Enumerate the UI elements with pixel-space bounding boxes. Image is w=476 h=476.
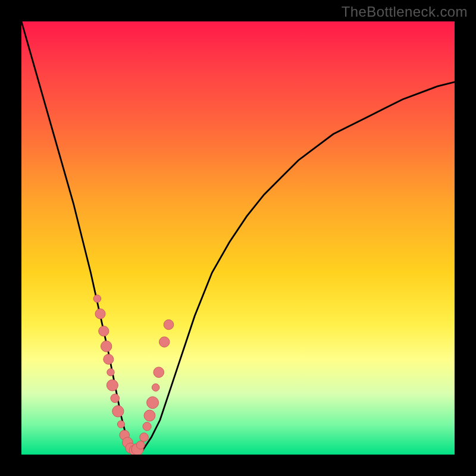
marker-dot bbox=[144, 410, 155, 421]
marker-dot bbox=[93, 295, 101, 303]
curve-layer bbox=[21, 21, 455, 455]
marker-dot bbox=[111, 394, 120, 403]
watermark-text: TheBottleneck.com bbox=[342, 4, 468, 20]
marker-dot bbox=[107, 368, 114, 375]
marker-dot bbox=[99, 326, 109, 336]
marker-dot bbox=[101, 341, 111, 352]
marker-dot bbox=[159, 337, 170, 347]
marker-dot bbox=[104, 354, 114, 364]
marker-dot bbox=[164, 320, 174, 330]
marker-dot bbox=[95, 309, 105, 319]
device-markers bbox=[93, 295, 174, 455]
marker-dot bbox=[112, 406, 124, 417]
marker-dot bbox=[140, 433, 149, 442]
marker-dot bbox=[107, 380, 118, 391]
marker-dot bbox=[136, 441, 145, 449]
marker-dot bbox=[143, 422, 151, 431]
marker-dot bbox=[117, 421, 124, 428]
plot-area bbox=[21, 21, 455, 455]
bottleneck-curve bbox=[21, 21, 455, 455]
marker-dot bbox=[154, 367, 164, 378]
marker-dot bbox=[152, 384, 159, 392]
chart-frame: TheBottleneck.com bbox=[0, 0, 476, 476]
marker-dot bbox=[147, 397, 159, 409]
